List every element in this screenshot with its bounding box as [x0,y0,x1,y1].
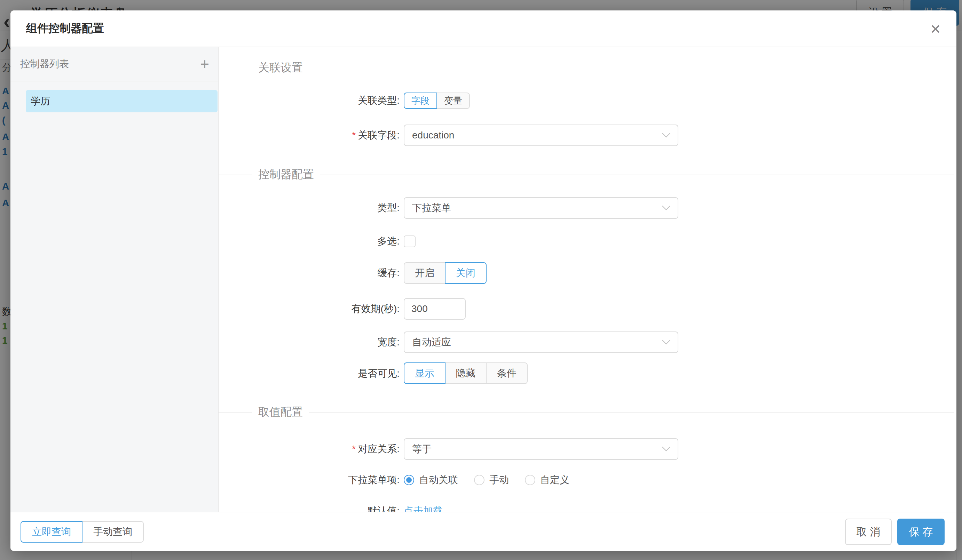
query-mode-toggle: 立即查询 手动查询 [21,521,144,542]
assoc-type-label: 关联类型: [219,95,400,106]
assoc-type-toggle: 字段 变量 [404,93,470,109]
menu-items-label: 下拉菜单项: [219,474,400,486]
width-value: 自动适应 [412,336,451,349]
chevron-down-icon [662,132,671,138]
section-title-controller: 控制器配置 [219,168,954,181]
query-manual-button[interactable]: 手动查询 [82,521,144,542]
assoc-field-value: education [412,130,454,141]
cancel-button[interactable]: 取 消 [845,518,892,545]
controller-list-title: 控制器列表 [20,57,69,71]
menu-items-option-manual[interactable]: 手动 [489,473,509,487]
relation-label: *对应关系: [219,443,400,455]
screen: ‹ 学历分析仪表盘 设 置 保 存 人 分 A A ( A 1 A A 数 1 … [0,0,962,560]
relation-select[interactable]: 等于 [404,438,678,460]
radio-icon[interactable] [525,475,535,485]
save-button[interactable]: 保 存 [897,518,944,545]
type-select[interactable]: 下拉菜单 [404,197,678,219]
ttl-input[interactable] [404,298,466,320]
menu-items-radio-group: 自动关联 手动 自定义 [404,474,570,486]
visibility-label: 是否可见: [219,368,400,380]
add-controller-icon[interactable]: + [200,56,209,72]
controller-config-dialog: 组件控制器配置 ✕ 控制器列表 + 学历 关联设置 关联类型: 字段 变量 [10,10,956,551]
ttl-label: 有效期(秒): [219,303,400,315]
multi-select-label: 多选: [219,235,400,247]
width-label: 宽度: [219,336,400,348]
dialog-title: 组件控制器配置 [26,21,104,36]
query-now-button[interactable]: 立即查询 [21,521,82,542]
assoc-field-label: *关联字段: [219,129,400,141]
visibility-option-hide[interactable]: 隐藏 [445,362,487,384]
multi-select-checkbox[interactable] [404,235,416,247]
chevron-down-icon [662,340,671,345]
cache-toggle: 开启 关闭 [404,262,487,284]
chevron-down-icon [662,446,671,452]
chevron-down-icon [662,205,671,211]
type-value: 下拉菜单 [412,201,451,215]
menu-items-option-custom[interactable]: 自定义 [540,473,570,487]
required-mark: * [352,444,356,454]
assoc-type-option-field[interactable]: 字段 [404,93,437,109]
menu-items-option-auto[interactable]: 自动关联 [419,473,458,487]
default-value-load-link[interactable]: 点击加载 [404,505,443,512]
width-select[interactable]: 自动适应 [404,331,678,353]
assoc-field-select[interactable]: education [404,124,678,146]
cache-label: 缓存: [219,267,400,279]
dialog-header: 组件控制器配置 ✕ [10,10,956,47]
section-title-value: 取值配置 [219,406,954,419]
default-value-label: 默认值: [219,505,400,512]
assoc-type-option-variable[interactable]: 变量 [436,93,470,109]
visibility-option-conditional[interactable]: 条件 [486,362,528,384]
type-label: 类型: [219,202,400,214]
section-title-association: 关联设置 [219,61,954,74]
controller-list-header: 控制器列表 + [10,47,218,81]
cache-option-off[interactable]: 关闭 [445,262,487,284]
dialog-footer: 立即查询 手动查询 取 消 保 存 [10,512,956,551]
controller-list-panel: 控制器列表 + 学历 [10,47,219,512]
controller-list-item-selected[interactable]: 学历 [26,90,218,113]
visibility-option-show[interactable]: 显示 [404,362,445,384]
controller-config-form: 关联设置 关联类型: 字段 变量 *关联字段: education 控制器配置 … [219,47,956,512]
radio-selected-icon[interactable] [404,475,414,485]
visibility-toggle: 显示 隐藏 条件 [404,362,528,384]
cache-option-on[interactable]: 开启 [404,262,445,284]
relation-value: 等于 [412,443,432,455]
required-mark: * [352,130,356,140]
radio-icon[interactable] [474,475,484,485]
dialog-body: 控制器列表 + 学历 关联设置 关联类型: 字段 变量 *关联字段: educa… [10,47,956,512]
close-icon[interactable]: ✕ [927,21,944,37]
